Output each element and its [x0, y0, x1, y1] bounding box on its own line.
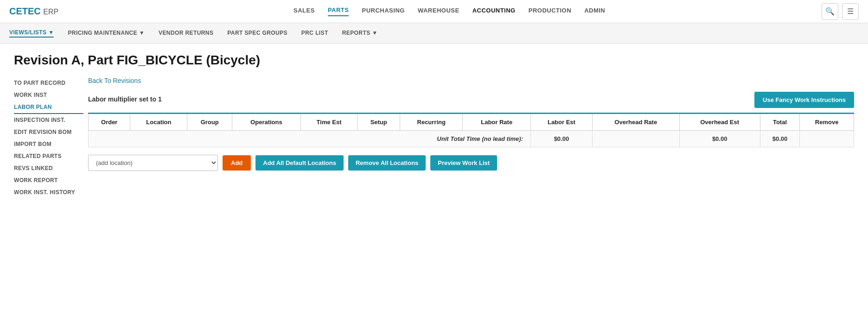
total-amount: $0.00	[760, 131, 800, 147]
col-labor-est: Labor Est	[530, 114, 592, 131]
col-order: Order	[89, 114, 130, 131]
sidebar-inspection-inst[interactable]: INSPECTION INST.	[14, 114, 83, 126]
subnav-reports[interactable]: REPORTS ▼	[342, 30, 378, 37]
nav-purchasing[interactable]: PURCHASING	[362, 7, 404, 16]
subnav-prc-list[interactable]: PRC LIST	[301, 30, 328, 37]
bottom-controls: (add location) Add Add All Default Locat…	[88, 155, 854, 171]
labor-plan-area: Back To Revisions Labor multiplier set t…	[88, 77, 854, 198]
subnav-vendor-returns[interactable]: VENDOR RETURNS	[159, 30, 213, 37]
logo: CETEC ERP	[9, 6, 58, 17]
col-labor-rate: Labor Rate	[463, 114, 531, 131]
sidebar-import-bom[interactable]: IMPORT BOM	[14, 138, 83, 150]
search-button[interactable]: 🔍	[822, 3, 838, 20]
subnav-views-lists[interactable]: VIEWS/LISTS ▼	[9, 29, 54, 38]
nav-accounting[interactable]: ACCOUNTING	[472, 7, 516, 16]
sidebar-revs-linked[interactable]: REVS LINKED	[14, 162, 83, 174]
table-total-row: Unit Total Time (no lead time): $0.00 $0…	[89, 131, 854, 147]
col-remove: Remove	[800, 114, 854, 131]
sidebar-labor-plan[interactable]: LABOR PLAN	[14, 101, 83, 114]
sidebar-to-part-record[interactable]: TO PART RECORD	[14, 77, 83, 89]
total-overhead-est: $0.00	[679, 131, 760, 147]
main-content: Revision A, Part FIG_BICYCLE (Bicycle) T…	[0, 44, 868, 208]
add-all-default-locations-button[interactable]: Add All Default Locations	[255, 155, 344, 171]
nav-production[interactable]: PRODUCTION	[529, 7, 571, 16]
nav-actions: 🔍 ☰	[822, 3, 859, 20]
top-navigation: CETEC ERP SALES PARTS PURCHASING WAREHOU…	[0, 0, 868, 23]
menu-button[interactable]: ☰	[842, 3, 859, 20]
col-group: Group	[187, 114, 232, 131]
use-fancy-work-instructions-button[interactable]: Use Fancy Work Instructions	[754, 92, 854, 108]
logo-product: ERP	[43, 8, 58, 16]
nav-parts[interactable]: PARTS	[328, 6, 349, 16]
sidebar-work-inst[interactable]: WORK INST	[14, 89, 83, 101]
subnav-part-spec-groups[interactable]: PART SPEC GROUPS	[227, 30, 287, 37]
total-row-label: Unit Total Time (no lead time):	[89, 131, 531, 147]
subnav-pricing-maintenance[interactable]: PRICING MAINTENANCE ▼	[68, 30, 145, 37]
nav-sales[interactable]: SALES	[294, 7, 315, 16]
remove-all-locations-button[interactable]: Remove All Locations	[348, 155, 426, 171]
content-layout: TO PART RECORD WORK INST LABOR PLAN INSP…	[14, 77, 854, 198]
add-button[interactable]: Add	[223, 155, 251, 171]
total-overhead-rate-empty	[592, 131, 679, 147]
col-overhead-rate: Overhead Rate	[592, 114, 679, 131]
sub-navigation: VIEWS/LISTS ▼ PRICING MAINTENANCE ▼ VEND…	[0, 23, 868, 44]
back-to-revisions-link[interactable]: Back To Revisions	[88, 77, 141, 84]
nav-warehouse[interactable]: WAREHOUSE	[418, 7, 460, 16]
labor-multiplier-text: Labor multiplier set to 1	[88, 92, 162, 107]
sidebar-work-report[interactable]: WORK REPORT	[14, 174, 83, 186]
col-total: Total	[760, 114, 800, 131]
labor-table: Order Location Group Operations Time Est…	[88, 113, 854, 147]
sidebar-edit-revision-bom[interactable]: EDIT REVISION BOM	[14, 126, 83, 138]
col-overhead-est: Overhead Est	[679, 114, 760, 131]
nav-admin[interactable]: ADMIN	[584, 7, 605, 16]
sidebar: TO PART RECORD WORK INST LABOR PLAN INSP…	[14, 77, 88, 198]
main-nav-links: SALES PARTS PURCHASING WAREHOUSE ACCOUNT…	[77, 6, 822, 16]
page-title: Revision A, Part FIG_BICYCLE (Bicycle)	[14, 53, 854, 68]
sidebar-related-parts[interactable]: RELATED PARTS	[14, 150, 83, 162]
preview-work-list-button[interactable]: Preview Work List	[430, 155, 497, 171]
sidebar-work-inst-history[interactable]: WORK INST. HISTORY	[14, 186, 83, 198]
logo-brand: CETEC	[9, 6, 41, 16]
labor-plan-header: Labor multiplier set to 1 Use Fancy Work…	[88, 92, 854, 108]
col-setup: Setup	[357, 114, 400, 131]
col-operations: Operations	[232, 114, 301, 131]
total-labor-est: $0.00	[530, 131, 592, 147]
total-remove-empty	[800, 131, 854, 147]
add-location-select[interactable]: (add location)	[88, 155, 218, 171]
col-location: Location	[130, 114, 187, 131]
col-recurring: Recurring	[400, 114, 463, 131]
col-time-est: Time Est	[300, 114, 357, 131]
